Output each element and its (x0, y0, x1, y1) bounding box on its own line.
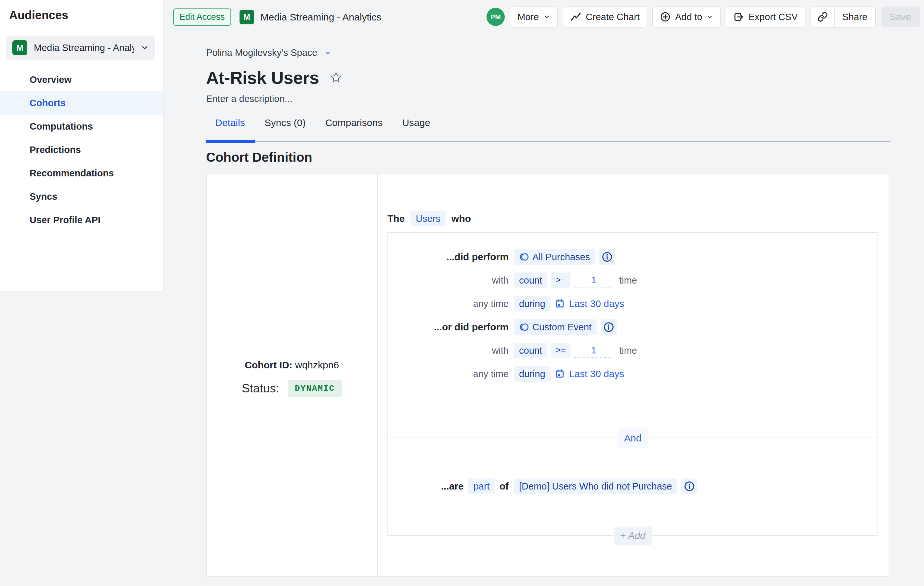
tabs-underline (206, 141, 891, 142)
event-icon (519, 322, 529, 332)
definition-box: ...did perform All Purchases (388, 232, 878, 536)
sidebar-item-overview[interactable]: Overview (0, 68, 163, 91)
count-row: with count >= time (388, 343, 878, 358)
edit-access-badge[interactable]: Edit Access (173, 8, 231, 26)
membership-row: ...are part of [Demo] Users Who did not … (388, 479, 878, 494)
topbar-project-name-group: M Media Streaming - Analytics (239, 10, 381, 25)
event-info-button[interactable] (601, 319, 617, 335)
tabs: Details Syncs (0) Comparisons Usage (206, 115, 891, 142)
export-csv-label: Export CSV (749, 12, 798, 22)
export-csv-button[interactable]: Export CSV (726, 7, 805, 27)
unit-label: time (619, 345, 637, 356)
cohort-info-button[interactable] (681, 479, 698, 494)
share-group: Share (810, 7, 876, 27)
description-placeholder[interactable]: Enter a description... (206, 94, 292, 104)
date-range-label: Last 30 days (569, 369, 624, 379)
during-chip[interactable]: during (514, 296, 551, 311)
line-chart-icon (570, 12, 581, 22)
page-title[interactable]: At-Risk Users (206, 67, 319, 88)
sidebar-item-syncs[interactable]: Syncs (0, 185, 163, 208)
project-selector[interactable]: M Media Streaming - Analy... (6, 36, 155, 60)
unit-label: time (619, 275, 637, 286)
tab-usage[interactable]: Usage (392, 115, 440, 130)
copy-link-button[interactable] (811, 7, 835, 27)
sidebar-title: Audiences (9, 8, 68, 22)
add-condition-button[interactable]: + Add (614, 527, 652, 545)
cohort-id-label: Cohort ID: (245, 360, 292, 370)
timeframe-row: any time during Last 30 days (388, 296, 878, 311)
part-chip[interactable]: part (469, 479, 495, 494)
event-name: All Purchases (532, 252, 590, 262)
metric-chip[interactable]: count (514, 273, 547, 288)
favorite-star-icon[interactable] (330, 71, 343, 84)
operator-chip[interactable]: >= (551, 273, 570, 288)
subject-type-chip[interactable]: Users (411, 211, 446, 226)
calendar-icon (554, 369, 565, 379)
tab-details[interactable]: Details (206, 115, 255, 130)
more-button[interactable]: More (510, 7, 558, 27)
are-label: ...are (441, 481, 464, 492)
save-button[interactable]: Save (881, 7, 920, 27)
create-chart-button[interactable]: Create Chart (563, 7, 647, 27)
date-range-picker[interactable]: Last 30 days (554, 369, 624, 379)
cohort-chip[interactable]: [Demo] Users Who did not Purchase (514, 479, 677, 494)
date-range-label: Last 30 days (569, 298, 624, 309)
count-value-input[interactable] (574, 343, 613, 358)
condition-label: ...did perform (388, 252, 509, 262)
event-name: Custom Event (532, 322, 592, 333)
subject-row: The Users who (388, 211, 471, 226)
sidebar-item-cohorts[interactable]: Cohorts (0, 91, 163, 115)
operator-chip[interactable]: >= (551, 343, 570, 358)
chevron-down-icon (706, 14, 713, 20)
date-range-picker[interactable]: Last 30 days (554, 298, 624, 309)
chevron-down-icon (543, 13, 550, 20)
behavior-group: ...did perform All Purchases (388, 233, 878, 438)
condition-row: ...did perform All Purchases (388, 249, 878, 265)
add-to-label: Add to (675, 12, 702, 22)
cohort-status-line: Status: DYNAMIC (242, 380, 342, 397)
topbar-project-name: Media Streaming - Analytics (261, 12, 381, 23)
condition-label: ...or did perform (388, 322, 509, 333)
project-avatar: M (12, 40, 27, 55)
chevron-down-icon (324, 49, 332, 56)
of-label: of (500, 481, 509, 492)
metric-chip[interactable]: count (514, 343, 547, 358)
cohort-definition-panel: Cohort ID: wqhzkpn6 Status: DYNAMIC The … (206, 174, 889, 576)
info-icon (684, 481, 695, 492)
count-value-input[interactable] (574, 273, 613, 288)
condition-row: ...or did perform Custom Event (388, 319, 878, 335)
topbar-project-avatar: M (239, 10, 254, 25)
add-to-button[interactable]: Add to (652, 7, 721, 27)
with-label: with (388, 275, 509, 286)
event-icon (519, 252, 529, 262)
sidebar-item-recommendations[interactable]: Recommendations (0, 161, 163, 185)
event-chip[interactable]: All Purchases (514, 249, 595, 265)
during-chip[interactable]: during (514, 366, 551, 382)
group-operator-and[interactable]: And (617, 428, 648, 448)
timeframe-row: any time during Last 30 days (388, 366, 878, 382)
sidebar-item-user-profile-api[interactable]: User Profile API (0, 208, 163, 232)
topbar-actions: PM More Create Chart Add to Exp (487, 7, 920, 27)
status-label: Status: (242, 382, 279, 395)
tab-syncs[interactable]: Syncs (0) (255, 115, 315, 130)
count-row: with count >= time (388, 273, 878, 288)
create-chart-label: Create Chart (586, 12, 640, 22)
tab-comparisons[interactable]: Comparisons (315, 115, 392, 130)
export-icon (733, 12, 744, 22)
link-icon (817, 12, 828, 22)
share-button[interactable]: Share (835, 7, 875, 27)
event-info-button[interactable] (599, 249, 615, 265)
event-chip[interactable]: Custom Event (514, 319, 597, 335)
user-avatar[interactable]: PM (487, 8, 505, 26)
calendar-icon (554, 298, 565, 309)
breadcrumb-space[interactable]: Polina Mogilevsky's Space (206, 48, 332, 58)
topbar-project: Edit Access M Media Streaming - Analytic… (173, 8, 381, 26)
anytime-label: any time (388, 369, 509, 379)
sidebar-item-computations[interactable]: Computations (0, 115, 163, 138)
sidebar-item-predictions[interactable]: Predictions (0, 138, 163, 161)
cohort-definition-heading: Cohort Definition (206, 150, 312, 165)
space-name: Polina Mogilevsky's Space (206, 48, 317, 58)
more-button-label: More (517, 12, 539, 22)
chevron-down-icon (140, 43, 149, 52)
with-label: with (388, 345, 509, 356)
